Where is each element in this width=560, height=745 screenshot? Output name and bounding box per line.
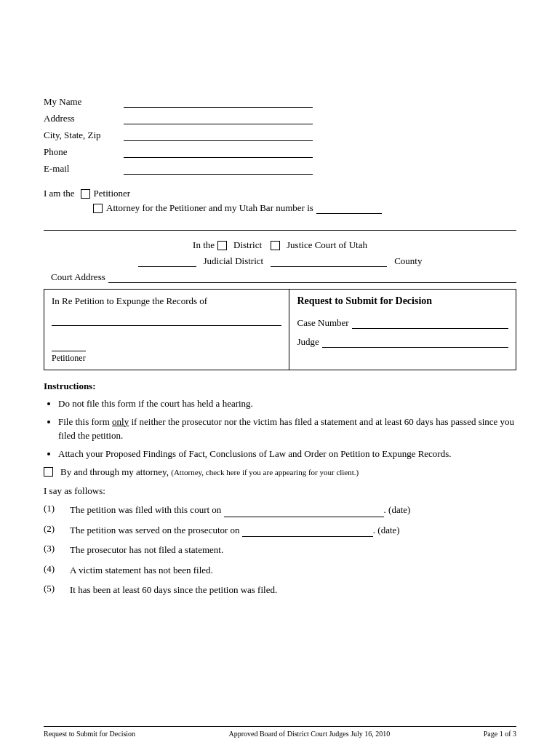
county-value[interactable] xyxy=(271,255,387,267)
court-section: In the District Justice Court of Utah Ju… xyxy=(44,239,516,283)
petitioner-row: I am the Petitioner xyxy=(44,188,516,199)
only-underline: only xyxy=(112,416,129,427)
item-1-date-input[interactable] xyxy=(224,506,384,517)
judge-row: Judge xyxy=(297,336,508,348)
phone-label: Phone xyxy=(44,146,124,158)
court-line2: Judicial District County xyxy=(44,255,516,267)
judge-label: Judge xyxy=(297,336,319,348)
judge-input[interactable] xyxy=(322,336,508,348)
item-2-text: The petition was served on the prosecuto… xyxy=(70,523,516,538)
court-line1: In the District Justice Court of Utah xyxy=(44,239,516,251)
attorney-appearing-checkbox[interactable] xyxy=(44,467,53,477)
item-5-num: (5) xyxy=(44,583,70,597)
item-5-text: It has been at least 60 days since the p… xyxy=(70,583,516,597)
address-label: Address xyxy=(44,113,124,124)
item-2-num: (2) xyxy=(44,523,70,538)
left-col: In Re Petition to Expunge the Records of… xyxy=(44,290,289,370)
instructions-section: Instructions: Do not file this form if t… xyxy=(44,381,516,597)
instructions-list: Do not file this form if the court has h… xyxy=(58,397,516,461)
petitioner-name-underline[interactable] xyxy=(52,314,281,326)
i-say-follows: I say as follows: xyxy=(44,485,516,497)
instruction-3: Attach your Proposed Findings of Fact, C… xyxy=(58,447,516,461)
phone-row: Phone xyxy=(44,145,516,158)
judicial-district-number[interactable] xyxy=(138,255,196,267)
petition-title: In Re Petition to Expunge the Records of xyxy=(52,295,281,307)
court-address-label: Court Address xyxy=(51,271,105,283)
my-name-label: My Name xyxy=(44,96,124,108)
item-2: (2) The petition was served on the prose… xyxy=(44,523,516,538)
page: My Name Address City, State, Zip Phone E… xyxy=(0,0,560,745)
item-5: (5) It has been at least 60 days since t… xyxy=(44,583,516,597)
right-section-title: Request to Submit for Decision xyxy=(297,295,508,307)
item-4: (4) A victim statement has not been file… xyxy=(44,563,516,578)
iam-section: I am the Petitioner Attorney for the Pet… xyxy=(44,188,516,214)
email-input[interactable] xyxy=(124,162,313,175)
attorney-checkbox[interactable] xyxy=(93,204,103,213)
judicial-district-label: Judicial District xyxy=(204,255,264,267)
email-label: E-mail xyxy=(44,163,124,175)
case-number-label: Case Number xyxy=(297,317,348,329)
attorney-row: Attorney for the Petitioner and my Utah … xyxy=(93,202,516,214)
footer-center: Approved Board of District Court Judges … xyxy=(228,730,390,738)
city-state-zip-row: City, State, Zip xyxy=(44,128,516,141)
petition-table: In Re Petition to Expunge the Records of… xyxy=(44,289,516,370)
address-row: Address xyxy=(44,111,516,124)
iam-prefix: I am the xyxy=(44,188,75,199)
instruction-1: Do not file this form if the court has h… xyxy=(58,397,516,411)
city-state-zip-label: City, State, Zip xyxy=(44,130,124,141)
case-number-row: Case Number xyxy=(297,317,508,329)
justice-court-label: Justice Court of Utah xyxy=(287,239,367,251)
right-col: Request to Submit for Decision Case Numb… xyxy=(289,290,516,370)
item-3-num: (3) xyxy=(44,543,70,557)
attorney-check-text: By and through my attorney, (Attorney, c… xyxy=(60,466,516,478)
in-the-label: In the xyxy=(193,239,215,251)
item-4-text: A victim statement has not been filed. xyxy=(70,563,516,578)
item-1-num: (1) xyxy=(44,503,70,517)
justice-court-checkbox[interactable] xyxy=(271,241,280,250)
my-name-input[interactable] xyxy=(124,95,313,108)
attorney-check-row: By and through my attorney, (Attorney, c… xyxy=(44,466,516,478)
district-label: District xyxy=(233,239,262,251)
divider-1 xyxy=(44,230,516,231)
item-1-text: The petition was filed with this court o… xyxy=(70,503,516,517)
item-4-num: (4) xyxy=(44,563,70,578)
address-input[interactable] xyxy=(124,111,313,124)
county-label: County xyxy=(394,255,422,267)
phone-input[interactable] xyxy=(124,145,313,158)
petitioner-checkbox[interactable] xyxy=(81,189,90,199)
personal-info-section: My Name Address City, State, Zip Phone E… xyxy=(44,95,516,175)
instruction-2: File this form only if neither the prose… xyxy=(58,415,516,443)
petition-table-row: In Re Petition to Expunge the Records of… xyxy=(44,290,516,370)
attorney-label: Attorney for the Petitioner and my Utah … xyxy=(106,202,313,214)
footer-right: Page 1 of 3 xyxy=(484,730,516,738)
instructions-title: Instructions: xyxy=(44,381,516,392)
item-3-text: The prosecutor has not filed a statement… xyxy=(70,543,516,557)
city-state-zip-input[interactable] xyxy=(124,128,313,141)
case-number-input[interactable] xyxy=(352,317,508,329)
email-row: E-mail xyxy=(44,162,516,175)
item-2-date-input[interactable] xyxy=(242,525,373,537)
my-name-row: My Name xyxy=(44,95,516,108)
footer: Request to Submit for Decision Approved … xyxy=(44,726,516,738)
district-checkbox[interactable] xyxy=(217,241,227,250)
court-address-input[interactable] xyxy=(108,271,516,283)
attorney-check-small: (Attorney, check here if you are appeari… xyxy=(171,468,359,477)
petitioner-label: Petitioner xyxy=(94,188,131,199)
top-spacer xyxy=(44,0,516,95)
court-address-row: Court Address xyxy=(44,271,516,283)
petitioner-label: Petitioner xyxy=(52,351,86,364)
footer-left: Request to Submit for Decision xyxy=(44,730,135,738)
attorney-check-main: By and through my attorney, xyxy=(60,466,169,477)
item-1: (1) The petition was filed with this cou… xyxy=(44,503,516,517)
bar-number-input[interactable] xyxy=(316,202,382,214)
item-3: (3) The prosecutor has not filed a state… xyxy=(44,543,516,557)
